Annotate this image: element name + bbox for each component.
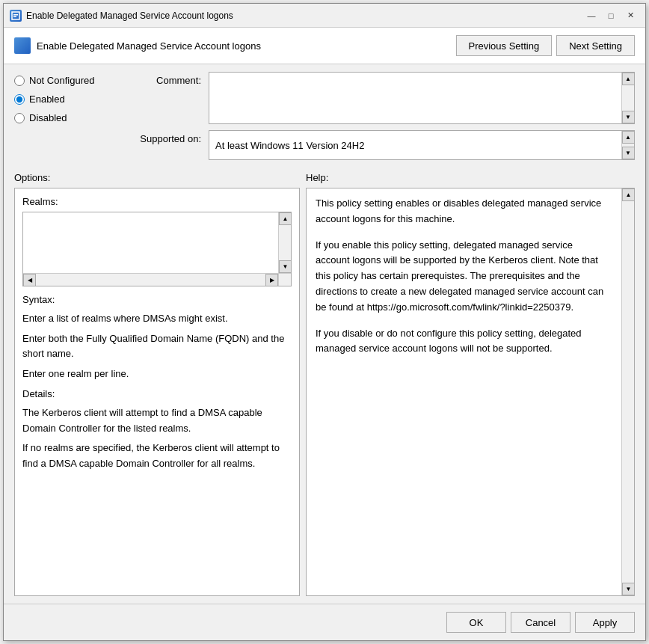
dialog-header-left: Enable Delegated Managed Service Account…: [14, 37, 261, 54]
close-button[interactable]: ✕: [621, 7, 639, 24]
supported-scroll-down[interactable]: ▼: [622, 147, 635, 159]
dialog-header-icon: [14, 37, 31, 54]
options-panel: Realms: ▲ ▼ ◀ ▶: [14, 188, 300, 596]
details-line-2: If no realms are specified, the Kerberos…: [22, 441, 292, 472]
window-icon: [10, 10, 22, 22]
realms-scroll-track-v: [279, 225, 291, 260]
ok-button[interactable]: OK: [446, 612, 506, 633]
help-para-3: If you disable or do not configure this …: [316, 326, 606, 358]
realms-corner: [278, 273, 291, 286]
previous-setting-button[interactable]: Previous Setting: [456, 35, 553, 56]
comment-scroll-up[interactable]: ▲: [622, 73, 635, 85]
panels-row: Realms: ▲ ▼ ◀ ▶: [14, 188, 635, 596]
comment-field-control: ▲ ▼: [209, 72, 635, 124]
dialog-header-buttons: Previous Setting Next Setting: [456, 35, 636, 56]
maximize-button[interactable]: □: [602, 7, 620, 24]
cancel-button[interactable]: Cancel: [511, 612, 570, 633]
realms-scroll-left[interactable]: ◀: [23, 274, 36, 286]
syntax-section: Syntax: Enter a list of realms where DMS…: [22, 292, 292, 472]
help-panel: This policy setting enables or disables …: [306, 188, 635, 596]
help-scroll-down[interactable]: ▼: [622, 583, 635, 595]
comment-label: Comment:: [126, 72, 209, 86]
syntax-title: Syntax:: [22, 292, 292, 308]
syntax-line-1: Enter a list of realms where DMSAs might…: [22, 311, 292, 327]
main-window: Enable Delegated Managed Service Account…: [3, 3, 646, 641]
radio-group: Not Configured Enabled Disabled: [14, 72, 126, 166]
realms-textarea[interactable]: [23, 212, 278, 273]
supported-label: Supported on:: [126, 130, 209, 144]
apply-button[interactable]: Apply: [575, 612, 635, 633]
syntax-line-2: Enter both the Fully Qualified Domain Na…: [22, 331, 292, 363]
supported-value: At least Windows 11 Version 24H2: [209, 137, 634, 154]
help-header: Help:: [306, 172, 635, 183]
radio-disabled[interactable]: Disabled: [14, 112, 126, 123]
radio-disabled-input[interactable]: [14, 113, 25, 123]
details-line-1: The Kerberos client will attempt to find…: [22, 405, 292, 437]
supported-scrollbar: ▲ ▼: [621, 131, 634, 159]
svg-rect-1: [13, 14, 18, 16]
title-bar-left: Enable Delegated Managed Service Account…: [10, 10, 233, 22]
options-header: Options:: [14, 172, 306, 183]
comment-scroll-down[interactable]: ▼: [622, 111, 635, 123]
dialog-footer: OK Cancel Apply: [4, 604, 645, 640]
realms-label: Realms:: [22, 196, 292, 207]
realms-scroll-down[interactable]: ▼: [279, 260, 292, 273]
right-fields: Comment: ▲ ▼ Supported on:: [126, 72, 635, 166]
content-area: Not Configured Enabled Disabled Comment:: [4, 64, 645, 604]
help-scroll-track: [622, 201, 634, 583]
realms-horiz-scrollbar: ◀ ▶: [23, 273, 278, 286]
help-scroll-up[interactable]: ▲: [622, 188, 635, 201]
realms-scroll-up[interactable]: ▲: [279, 212, 292, 225]
details-title: Details:: [22, 387, 292, 402]
radio-not-configured[interactable]: Not Configured: [14, 75, 126, 86]
title-bar: Enable Delegated Managed Service Account…: [4, 4, 645, 28]
help-scrollbar: ▲ ▼: [621, 188, 634, 595]
next-setting-button[interactable]: Next Setting: [556, 35, 635, 56]
title-controls: — □ ✕: [582, 7, 639, 24]
window-title: Enable Delegated Managed Service Account…: [26, 10, 233, 21]
radio-not-configured-label: Not Configured: [29, 75, 94, 86]
svg-rect-0: [12, 12, 19, 19]
realms-vert-scrollbar: ▲ ▼: [278, 212, 291, 273]
help-text: This policy setting enables or disables …: [307, 188, 621, 595]
radio-enabled[interactable]: Enabled: [14, 93, 126, 105]
radio-enabled-label: Enabled: [29, 93, 65, 105]
comment-row: Comment: ▲ ▼: [126, 72, 635, 124]
realms-scroll-track-h: [36, 274, 265, 286]
supported-field-control: At least Windows 11 Version 24H2 ▲ ▼: [209, 130, 635, 160]
comment-textarea[interactable]: [209, 73, 621, 123]
comment-scroll-track: [622, 85, 634, 111]
realms-box-container: ▲ ▼ ◀ ▶: [22, 212, 292, 286]
comment-textarea-container: ▲ ▼: [209, 72, 635, 124]
help-para-1: This policy setting enables or disables …: [316, 196, 606, 227]
radio-disabled-label: Disabled: [29, 112, 67, 123]
dialog-header: Enable Delegated Managed Service Account…: [4, 28, 645, 64]
top-section: Not Configured Enabled Disabled Comment:: [14, 72, 635, 166]
options-panel-inner: Realms: ▲ ▼ ◀ ▶: [15, 188, 299, 595]
supported-row: Supported on: At least Windows 11 Versio…: [126, 130, 635, 160]
realms-scroll-right[interactable]: ▶: [265, 274, 278, 286]
supported-box: At least Windows 11 Version 24H2 ▲ ▼: [209, 130, 635, 160]
help-para-2: If you enable this policy setting, deleg…: [316, 238, 606, 316]
minimize-button[interactable]: —: [582, 7, 600, 24]
comment-scrollbar: ▲ ▼: [621, 73, 634, 123]
dialog-header-title: Enable Delegated Managed Service Account…: [37, 40, 261, 52]
section-headers: Options: Help:: [14, 172, 635, 183]
svg-rect-2: [13, 16, 16, 17]
radio-not-configured-input[interactable]: [14, 76, 25, 86]
radio-enabled-input[interactable]: [14, 94, 25, 105]
supported-scroll-up[interactable]: ▲: [622, 131, 635, 144]
syntax-line-3: Enter one realm per line.: [22, 367, 292, 382]
